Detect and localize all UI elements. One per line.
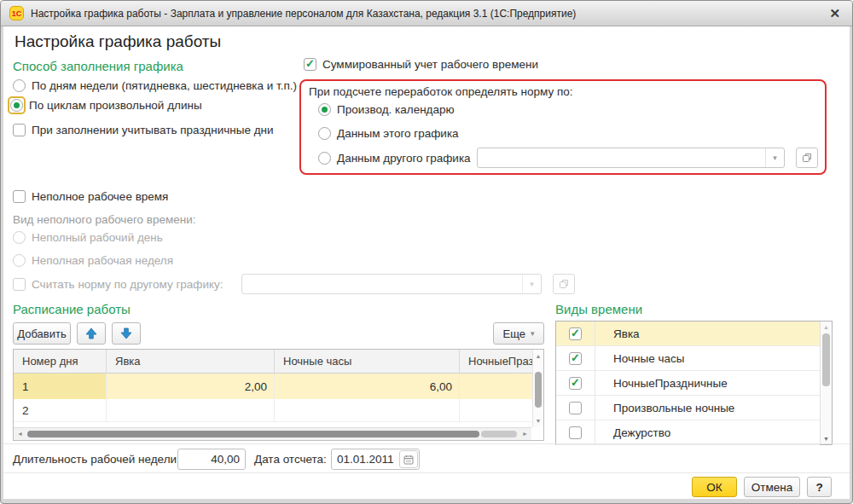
radio-part-day-label: Неполный рабочий день bbox=[32, 231, 163, 244]
checkbox-checked-icon: ✓ bbox=[569, 327, 582, 340]
open-button-disabled bbox=[553, 274, 575, 294]
checkbox-icon bbox=[13, 124, 26, 136]
column-header[interactable]: Номер дня bbox=[14, 350, 107, 373]
table-row[interactable]: 1 2,00 6,00 bbox=[14, 374, 543, 399]
radio-icon bbox=[13, 79, 26, 92]
list-item[interactable]: ✓ Явка bbox=[556, 322, 820, 346]
scroll-left-icon[interactable]: ◄ bbox=[17, 431, 23, 437]
table-cell[interactable]: 2,00 bbox=[107, 374, 275, 399]
vertical-scrollbar[interactable]: ▲ ▼ bbox=[820, 322, 832, 444]
table-cell[interactable] bbox=[460, 374, 532, 399]
radio-disabled-icon bbox=[13, 254, 26, 267]
table-cell[interactable]: 2 bbox=[14, 399, 107, 421]
checkbox-cell[interactable]: ✓ bbox=[556, 346, 595, 370]
open-icon bbox=[559, 279, 569, 289]
checkmark-icon: ✓ bbox=[305, 58, 315, 69]
norm-other-schedule-value bbox=[242, 275, 522, 293]
week-length-label: Длительность рабочей недели: bbox=[13, 453, 180, 466]
list-item[interactable]: Произвольные ночные bbox=[556, 396, 820, 420]
column-header[interactable]: НочныеПраздничные bbox=[460, 350, 532, 373]
radio-by-cycles[interactable]: По циклам произвольной длины bbox=[10, 99, 202, 112]
scroll-up-icon[interactable]: ▲ bbox=[533, 353, 543, 359]
cancel-button[interactable]: Отмена bbox=[744, 477, 800, 497]
list-item[interactable]: ✓ НочныеПраздничные bbox=[556, 371, 820, 396]
checkbox-checked-icon: ✓ bbox=[569, 352, 582, 365]
table-cell[interactable] bbox=[275, 399, 460, 421]
other-schedule-input[interactable]: ▾ bbox=[477, 148, 785, 168]
schedule-heading: Расписание работы bbox=[13, 302, 131, 316]
radio-part-week-label: Неполная рабочая неделя bbox=[32, 254, 173, 267]
checkbox-holidays[interactable]: При заполнении учитывать праздничные дни bbox=[13, 124, 274, 136]
table-cell[interactable]: 1 bbox=[14, 374, 107, 399]
overtime-norm-highlight-box: При подсчете переработок определять норм… bbox=[299, 79, 827, 175]
scrollbar-thumb[interactable] bbox=[27, 431, 479, 437]
separator bbox=[3, 472, 850, 473]
checkmark-icon: ✓ bbox=[571, 377, 580, 388]
scroll-down-icon[interactable]: ▼ bbox=[821, 436, 832, 442]
blue-up-arrow-icon bbox=[85, 327, 97, 339]
radio-selected-icon bbox=[10, 99, 23, 112]
scroll-right-icon[interactable]: ► bbox=[522, 431, 528, 437]
move-down-button[interactable] bbox=[112, 322, 141, 345]
checkbox-cell[interactable] bbox=[556, 420, 595, 444]
close-icon[interactable]: ✕ bbox=[826, 6, 844, 21]
week-length-field bbox=[177, 449, 246, 470]
move-up-button[interactable] bbox=[77, 322, 106, 345]
start-date-label: Дата отсчета: bbox=[254, 453, 327, 466]
overtime-norm-label: При подсчете переработок определять норм… bbox=[309, 85, 572, 98]
table-cell[interactable]: 6,00 bbox=[275, 374, 460, 399]
checkmark-icon: ✓ bbox=[571, 352, 580, 363]
time-types-heading: Виды времени bbox=[555, 302, 642, 316]
scrollbar-thumb[interactable] bbox=[822, 333, 830, 386]
radio-icon bbox=[318, 127, 331, 140]
list-item[interactable]: Дежурство bbox=[556, 420, 820, 445]
radio-by-weekdays-label: По дням недели (пятидневка, шестидневка … bbox=[32, 79, 297, 92]
radio-this-schedule[interactable]: Данным этого графика bbox=[318, 127, 459, 140]
checkbox-disabled-icon bbox=[13, 278, 26, 291]
checkbox-cell[interactable]: ✓ bbox=[556, 322, 595, 345]
radio-selected-icon bbox=[318, 103, 331, 116]
vertical-scrollbar[interactable]: ▲ ▼ bbox=[532, 350, 543, 427]
start-date-input[interactable] bbox=[332, 449, 399, 469]
more-button[interactable]: Еще ▾ bbox=[493, 322, 544, 345]
radio-prod-calendar[interactable]: Производ. календарю bbox=[318, 103, 455, 116]
help-button[interactable]: ? bbox=[807, 477, 832, 497]
part-time-kind-label: Вид неполного рабочего времени: bbox=[13, 213, 196, 226]
1c-app-icon: 1С bbox=[9, 6, 24, 20]
ok-button[interactable]: ОК bbox=[692, 477, 737, 497]
radio-by-weekdays[interactable]: По дням недели (пятидневка, шестидневка … bbox=[13, 79, 297, 92]
dialog-window: 1С Настройка графика работы - Зарплата и… bbox=[0, 0, 853, 504]
table-cell[interactable] bbox=[460, 399, 532, 421]
list-item-label: Ночные часы bbox=[595, 352, 684, 365]
list-item[interactable]: ✓ Ночные часы bbox=[556, 346, 820, 371]
radio-icon bbox=[318, 152, 331, 165]
column-header[interactable]: Ночные часы bbox=[275, 350, 460, 373]
dropdown-arrow-icon[interactable]: ▾ bbox=[765, 148, 784, 167]
calendar-icon bbox=[403, 455, 414, 465]
checkbox-summarized[interactable]: ✓ Суммированный учет рабочего времени bbox=[304, 58, 538, 71]
radio-disabled-icon bbox=[13, 231, 26, 244]
table-row[interactable]: 2 bbox=[14, 399, 543, 422]
calendar-button[interactable] bbox=[399, 450, 418, 468]
radio-other-schedule[interactable]: Данным другого графика ▾ bbox=[318, 148, 818, 168]
week-length-input[interactable] bbox=[178, 449, 245, 469]
list-item-label: НочныеПраздничные bbox=[595, 377, 728, 390]
checkbox-summarized-label: Суммированный учет рабочего времени bbox=[322, 58, 538, 71]
checkbox-norm-other-schedule-label: Считать норму по другому графику: bbox=[32, 278, 235, 291]
checkbox-holidays-label: При заполнении учитывать праздничные дни bbox=[32, 124, 274, 136]
checkbox-cell[interactable]: ✓ bbox=[556, 371, 595, 395]
checkbox-part-time[interactable]: Неполное рабочее время bbox=[13, 190, 168, 203]
scroll-down-icon[interactable]: ▼ bbox=[533, 418, 543, 424]
table-cell[interactable] bbox=[107, 399, 275, 421]
separator bbox=[3, 443, 850, 444]
radio-part-day: Неполный рабочий день bbox=[13, 231, 163, 244]
checkbox-cell[interactable] bbox=[556, 396, 595, 420]
horizontal-scrollbar[interactable]: ◄ ► bbox=[14, 427, 531, 440]
checkbox-part-time-label: Неполное рабочее время bbox=[32, 190, 168, 203]
scroll-up-icon[interactable]: ▲ bbox=[821, 324, 832, 330]
open-button[interactable] bbox=[796, 148, 818, 168]
column-header[interactable]: Явка bbox=[107, 350, 275, 373]
add-button[interactable]: Добавить bbox=[13, 322, 71, 345]
scrollbar-thumb[interactable] bbox=[535, 372, 542, 408]
checkbox-icon bbox=[569, 426, 582, 439]
